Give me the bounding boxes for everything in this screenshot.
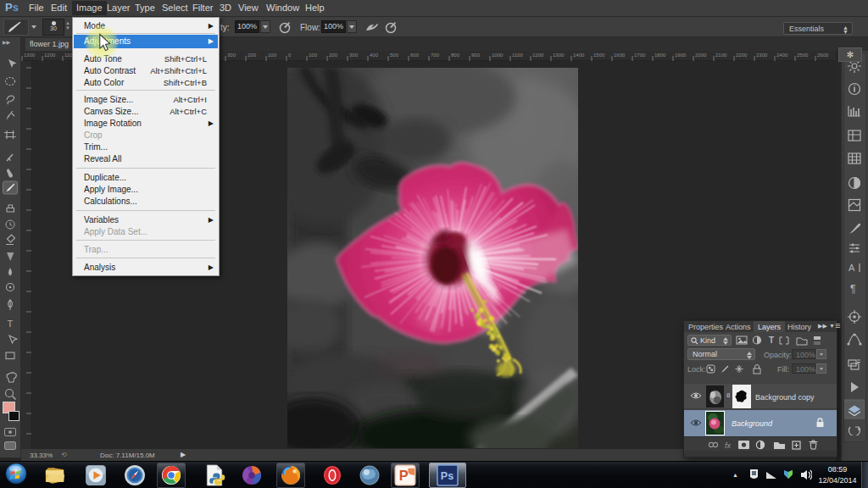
svg-text:1500: 1500 <box>593 53 605 58</box>
svg-text:1300: 1300 <box>553 53 565 58</box>
svg-text:900: 900 <box>471 53 481 58</box>
svg-text:fx: fx <box>725 441 732 450</box>
svg-text:T: T <box>769 336 774 345</box>
svg-text:2500: 2500 <box>797 53 809 58</box>
svg-text:100: 100 <box>309 53 318 58</box>
svg-text:400: 400 <box>370 53 379 58</box>
svg-text:1600: 1600 <box>614 53 626 58</box>
svg-text:Ps: Ps <box>441 470 453 482</box>
svg-text:100: 100 <box>268 53 277 58</box>
svg-text:800: 800 <box>451 53 460 58</box>
svg-text:1700: 1700 <box>634 53 646 58</box>
svg-text:1200: 1200 <box>44 53 56 58</box>
svg-text:1200: 1200 <box>532 53 544 58</box>
svg-text:500: 500 <box>390 53 399 58</box>
svg-text:2600: 2600 <box>817 53 829 58</box>
svg-text:1800: 1800 <box>654 53 666 58</box>
svg-text:1900: 1900 <box>675 53 687 58</box>
svg-text:700: 700 <box>431 53 440 58</box>
svg-text:300: 300 <box>349 53 359 58</box>
svg-text:0: 0 <box>288 53 292 58</box>
svg-text:2200: 2200 <box>736 53 748 58</box>
svg-text:600: 600 <box>410 53 420 58</box>
svg-text:2000: 2000 <box>695 53 707 58</box>
svg-text:2400: 2400 <box>776 53 788 58</box>
svg-text:1400: 1400 <box>573 53 585 58</box>
svg-text:¶: ¶ <box>850 283 855 295</box>
svg-text:1300: 1300 <box>24 53 36 58</box>
svg-text:2300: 2300 <box>756 53 768 58</box>
svg-text:T: T <box>8 319 14 329</box>
svg-text:1000: 1000 <box>492 53 504 58</box>
svg-text:A: A <box>849 263 855 273</box>
svg-text:1100: 1100 <box>512 53 524 58</box>
svg-text:300: 300 <box>227 53 236 58</box>
svg-text:P: P <box>399 468 409 483</box>
svg-text:2100: 2100 <box>715 53 727 58</box>
svg-text:200: 200 <box>329 53 338 58</box>
svg-text:200: 200 <box>248 53 257 58</box>
